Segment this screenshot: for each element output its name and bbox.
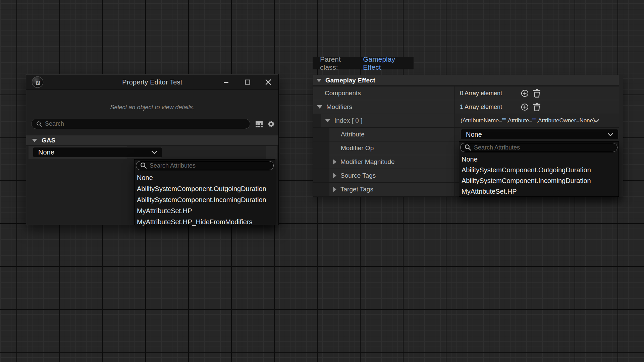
row-label-cell: Components: [313, 86, 454, 100]
row-components: Components 0 Array element: [313, 86, 619, 100]
row-value-cell: 0 Array element: [455, 86, 619, 100]
popup-search-field[interactable]: [460, 143, 618, 152]
indent-guide: [313, 155, 321, 169]
expand-triangle-icon[interactable]: [333, 159, 336, 165]
row-index-0: Index [ 0 ] (AttributeName="",Attribute=…: [313, 114, 619, 127]
empty-selection-hint: Select an object to view details.: [26, 104, 278, 111]
row-value-cell: (AttributeName="",Attribute="",Attribute…: [455, 114, 619, 127]
collapse-triangle-icon[interactable]: [317, 105, 322, 109]
chevron-down-icon[interactable]: [593, 119, 599, 123]
indent-guide: [313, 114, 321, 127]
reset-to-default-cell: [266, 146, 277, 159]
search-icon: [36, 121, 42, 127]
popup-search-input[interactable]: [150, 162, 270, 169]
option-outgoing-duration[interactable]: AbilitySystemComponent.OutgoingDuration: [459, 165, 619, 175]
empty-array-button[interactable]: [532, 102, 541, 112]
combobox-value: None: [38, 148, 54, 156]
indent-guide: [313, 183, 321, 196]
indent-guide: [313, 169, 321, 182]
row-label: Source Tags: [340, 172, 376, 179]
row-label-cell[interactable]: Target Tags: [329, 183, 454, 196]
minimize-button[interactable]: [222, 78, 230, 86]
category-label: Gameplay Effect: [325, 77, 375, 84]
chevron-down-icon: [151, 150, 157, 154]
search-icon: [140, 162, 147, 169]
row-label-cell: Modifier Op: [329, 141, 454, 155]
row-label: Attribute: [341, 131, 365, 138]
parent-class-bar: Parent class: Gameplay Effect: [313, 57, 414, 69]
row-label: Target Tags: [340, 186, 373, 193]
close-button[interactable]: [264, 78, 273, 86]
struct-preview: (AttributeName="",Attribute="",Attribute…: [455, 117, 595, 124]
attribute-option-list: None AbilitySystemComponent.OutgoingDura…: [459, 153, 619, 197]
attribute-dropdown-popup: None AbilitySystemComponent.OutgoingDura…: [459, 141, 619, 197]
row-modifiers: Modifiers 1 Array element: [313, 100, 619, 114]
option-hp[interactable]: MyAttributeSet.HP: [459, 186, 619, 197]
indent-guide: [321, 169, 329, 182]
add-array-element-button[interactable]: [520, 88, 529, 98]
attribute-combobox[interactable]: None: [33, 147, 162, 158]
window-title: Property Editor Test: [26, 74, 278, 90]
option-outgoing-duration[interactable]: AbilitySystemComponent.OutgoingDuration: [135, 183, 275, 194]
expand-triangle-icon[interactable]: [333, 187, 336, 192]
property-editor-window: u Property Editor Test Select an object …: [26, 74, 279, 225]
settings-gear-icon[interactable]: [267, 120, 276, 128]
option-none[interactable]: None: [135, 172, 275, 183]
add-array-element-button[interactable]: [520, 102, 529, 112]
option-hp[interactable]: MyAttributeSet.HP: [135, 205, 275, 217]
search-field[interactable]: [31, 119, 250, 129]
property-row-my-attribute: My Attribute None: [26, 146, 278, 159]
option-none[interactable]: None: [459, 154, 619, 165]
row-label: Components: [325, 89, 361, 97]
gameplay-effect-details-panel: Gameplay Effect Components 0 Array eleme…: [313, 75, 623, 197]
category-row-gameplay-effect[interactable]: Gameplay Effect: [313, 75, 619, 86]
row-label: Modifiers: [326, 103, 352, 111]
row-label-cell[interactable]: Modifier Magnitude: [329, 155, 454, 169]
details-view-icon[interactable]: [255, 120, 263, 128]
empty-array-button[interactable]: [532, 88, 541, 98]
array-count: 1 Array element: [455, 104, 519, 111]
option-hp-hide-from-modifiers[interactable]: MyAttributeSet.HP_HideFromModifiers: [135, 217, 275, 228]
indent-guide: [321, 141, 329, 155]
category-row-gas[interactable]: GAS: [26, 135, 278, 145]
indent-guide: [313, 141, 321, 155]
popup-search-field[interactable]: [136, 161, 274, 170]
collapse-triangle-icon[interactable]: [316, 79, 322, 82]
collapse-triangle-icon[interactable]: [325, 119, 330, 122]
row-label: Index [ 0 ]: [334, 117, 362, 124]
indent-guide: [321, 155, 329, 169]
row-label: Modifier Op: [341, 144, 374, 152]
scrollbar-gutter[interactable]: [619, 75, 623, 197]
chevron-down-icon: [607, 133, 613, 136]
option-incoming-duration[interactable]: AbilitySystemComponent.IncomingDuration: [459, 175, 619, 186]
window-titlebar[interactable]: u Property Editor Test: [26, 74, 278, 90]
row-label-cell[interactable]: Index [ 0 ]: [321, 114, 454, 127]
option-incoming-duration[interactable]: AbilitySystemComponent.IncomingDuration: [135, 194, 275, 205]
popup-search-input[interactable]: [474, 144, 614, 151]
category-label: GAS: [42, 137, 55, 144]
indent-guide: [313, 128, 321, 141]
attribute-combobox[interactable]: None: [461, 129, 619, 140]
row-label-cell[interactable]: Modifiers: [313, 100, 454, 114]
search-icon: [465, 144, 471, 151]
attribute-option-list: None AbilitySystemComponent.OutgoingDura…: [135, 172, 275, 228]
indent-guide: [321, 183, 329, 196]
row-label-cell: Attribute: [329, 128, 454, 141]
expand-triangle-icon[interactable]: [333, 173, 336, 178]
array-count: 0 Array element: [455, 90, 519, 97]
row-label: Modifier Magnitude: [340, 158, 395, 166]
blueprint-grid-background: { "colors": { "accent_blue": "#6b9fe4", …: [0, 0, 644, 362]
parent-class-link[interactable]: Gameplay Effect: [363, 55, 414, 71]
details-toolbar: [26, 119, 278, 129]
indent-guide: [321, 128, 329, 141]
maximize-button[interactable]: [243, 78, 252, 86]
search-input[interactable]: [45, 120, 247, 127]
attribute-dropdown-popup: None AbilitySystemComponent.OutgoingDura…: [134, 159, 275, 225]
combobox-value: None: [466, 131, 482, 138]
parent-class-label: Parent class:: [320, 55, 360, 71]
row-label-cell[interactable]: Source Tags: [329, 169, 454, 182]
row-value-cell: 1 Array element: [455, 100, 619, 114]
collapse-triangle-icon[interactable]: [32, 139, 37, 142]
